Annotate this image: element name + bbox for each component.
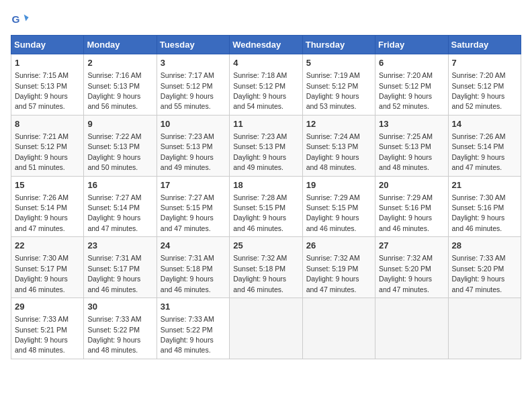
day-number: 2 bbox=[87, 57, 152, 69]
header-thursday: Thursday bbox=[302, 36, 375, 54]
day-number: 30 bbox=[87, 301, 152, 313]
day-number: 18 bbox=[233, 179, 298, 191]
day-detail: Sunrise: 7:18 AMSunset: 5:12 PMDaylight:… bbox=[233, 71, 287, 110]
day-detail: Sunrise: 7:16 AMSunset: 5:13 PMDaylight:… bbox=[87, 71, 141, 110]
calendar-cell: 30 Sunrise: 7:33 AMSunset: 5:22 PMDaylig… bbox=[84, 298, 157, 359]
calendar-cell: 26 Sunrise: 7:32 AMSunset: 5:19 PMDaylig… bbox=[302, 237, 375, 298]
day-detail: Sunrise: 7:31 AMSunset: 5:18 PMDaylight:… bbox=[161, 254, 214, 293]
day-number: 19 bbox=[306, 179, 371, 191]
day-detail: Sunrise: 7:27 AMSunset: 5:15 PMDaylight:… bbox=[161, 193, 214, 232]
calendar-week-0: 1 Sunrise: 7:15 AMSunset: 5:13 PMDayligh… bbox=[11, 54, 521, 116]
day-number: 27 bbox=[379, 240, 444, 252]
day-detail: Sunrise: 7:32 AMSunset: 5:18 PMDaylight:… bbox=[233, 254, 287, 293]
header-sunday: Sunday bbox=[11, 36, 84, 54]
day-number: 23 bbox=[87, 240, 152, 252]
day-number: 8 bbox=[15, 118, 80, 130]
header-saturday: Saturday bbox=[448, 36, 521, 54]
day-detail: Sunrise: 7:23 AMSunset: 5:13 PMDaylight:… bbox=[233, 132, 287, 171]
calendar-cell bbox=[230, 298, 302, 359]
day-detail: Sunrise: 7:22 AMSunset: 5:13 PMDaylight:… bbox=[87, 132, 141, 171]
calendar-cell: 29 Sunrise: 7:33 AMSunset: 5:21 PMDaylig… bbox=[11, 298, 84, 359]
header-friday: Friday bbox=[375, 36, 448, 54]
calendar-table: SundayMondayTuesdayWednesdayThursdayFrid… bbox=[11, 35, 521, 359]
day-detail: Sunrise: 7:17 AMSunset: 5:12 PMDaylight:… bbox=[161, 71, 214, 110]
day-number: 15 bbox=[15, 179, 80, 191]
calendar-cell: 5 Sunrise: 7:19 AMSunset: 5:12 PMDayligh… bbox=[302, 54, 375, 116]
calendar-week-3: 22 Sunrise: 7:30 AMSunset: 5:17 PMDaylig… bbox=[11, 237, 521, 298]
day-detail: Sunrise: 7:27 AMSunset: 5:14 PMDaylight:… bbox=[87, 193, 141, 232]
calendar-cell: 7 Sunrise: 7:20 AMSunset: 5:12 PMDayligh… bbox=[448, 54, 521, 116]
svg-text:G: G bbox=[11, 13, 19, 25]
day-detail: Sunrise: 7:33 AMSunset: 5:20 PMDaylight:… bbox=[452, 254, 506, 293]
day-detail: Sunrise: 7:23 AMSunset: 5:13 PMDaylight:… bbox=[161, 132, 214, 171]
logo: G bbox=[11, 11, 32, 30]
day-detail: Sunrise: 7:33 AMSunset: 5:21 PMDaylight:… bbox=[15, 315, 69, 354]
calendar-cell: 23 Sunrise: 7:31 AMSunset: 5:17 PMDaylig… bbox=[84, 237, 157, 298]
day-detail: Sunrise: 7:30 AMSunset: 5:17 PMDaylight:… bbox=[15, 254, 69, 293]
day-detail: Sunrise: 7:20 AMSunset: 5:12 PMDaylight:… bbox=[379, 71, 433, 110]
calendar-cell: 6 Sunrise: 7:20 AMSunset: 5:12 PMDayligh… bbox=[375, 54, 448, 116]
svg-marker-1 bbox=[24, 15, 29, 21]
calendar-cell: 27 Sunrise: 7:32 AMSunset: 5:20 PMDaylig… bbox=[375, 237, 448, 298]
header-wednesday: Wednesday bbox=[230, 36, 302, 54]
calendar-cell: 19 Sunrise: 7:29 AMSunset: 5:15 PMDaylig… bbox=[302, 176, 375, 237]
calendar-cell bbox=[375, 298, 448, 359]
day-number: 21 bbox=[452, 179, 517, 191]
calendar-cell: 9 Sunrise: 7:22 AMSunset: 5:13 PMDayligh… bbox=[84, 115, 157, 176]
day-detail: Sunrise: 7:29 AMSunset: 5:15 PMDaylight:… bbox=[306, 193, 360, 232]
day-detail: Sunrise: 7:26 AMSunset: 5:14 PMDaylight:… bbox=[15, 193, 69, 232]
day-number: 22 bbox=[15, 240, 80, 252]
calendar-cell: 15 Sunrise: 7:26 AMSunset: 5:14 PMDaylig… bbox=[11, 176, 84, 237]
day-number: 4 bbox=[233, 57, 298, 69]
day-number: 14 bbox=[452, 118, 517, 130]
calendar-cell: 1 Sunrise: 7:15 AMSunset: 5:13 PMDayligh… bbox=[11, 54, 84, 116]
calendar-header-row: SundayMondayTuesdayWednesdayThursdayFrid… bbox=[11, 36, 521, 54]
day-number: 26 bbox=[306, 240, 371, 252]
day-number: 11 bbox=[233, 118, 298, 130]
day-detail: Sunrise: 7:20 AMSunset: 5:12 PMDaylight:… bbox=[452, 71, 506, 110]
calendar-cell: 4 Sunrise: 7:18 AMSunset: 5:12 PMDayligh… bbox=[230, 54, 302, 116]
day-number: 7 bbox=[452, 57, 517, 69]
calendar-cell: 22 Sunrise: 7:30 AMSunset: 5:17 PMDaylig… bbox=[11, 237, 84, 298]
day-number: 28 bbox=[452, 240, 517, 252]
page-header: G bbox=[11, 11, 521, 30]
logo-icon: G bbox=[11, 11, 30, 30]
day-detail: Sunrise: 7:32 AMSunset: 5:20 PMDaylight:… bbox=[379, 254, 433, 293]
day-detail: Sunrise: 7:33 AMSunset: 5:22 PMDaylight:… bbox=[161, 315, 214, 354]
calendar-cell bbox=[448, 298, 521, 359]
day-number: 1 bbox=[15, 57, 80, 69]
day-number: 17 bbox=[161, 179, 226, 191]
calendar-cell: 14 Sunrise: 7:26 AMSunset: 5:14 PMDaylig… bbox=[448, 115, 521, 176]
day-number: 20 bbox=[379, 179, 444, 191]
calendar-cell: 20 Sunrise: 7:29 AMSunset: 5:16 PMDaylig… bbox=[375, 176, 448, 237]
day-detail: Sunrise: 7:31 AMSunset: 5:17 PMDaylight:… bbox=[87, 254, 141, 293]
day-number: 6 bbox=[379, 57, 444, 69]
calendar-cell: 28 Sunrise: 7:33 AMSunset: 5:20 PMDaylig… bbox=[448, 237, 521, 298]
calendar-cell: 16 Sunrise: 7:27 AMSunset: 5:14 PMDaylig… bbox=[84, 176, 157, 237]
header-tuesday: Tuesday bbox=[157, 36, 229, 54]
day-detail: Sunrise: 7:26 AMSunset: 5:14 PMDaylight:… bbox=[452, 132, 506, 171]
day-number: 24 bbox=[161, 240, 226, 252]
day-number: 16 bbox=[87, 179, 152, 191]
calendar-cell: 2 Sunrise: 7:16 AMSunset: 5:13 PMDayligh… bbox=[84, 54, 157, 116]
day-detail: Sunrise: 7:19 AMSunset: 5:12 PMDaylight:… bbox=[306, 71, 360, 110]
day-detail: Sunrise: 7:15 AMSunset: 5:13 PMDaylight:… bbox=[15, 71, 69, 110]
header-monday: Monday bbox=[84, 36, 157, 54]
calendar-cell: 21 Sunrise: 7:30 AMSunset: 5:16 PMDaylig… bbox=[448, 176, 521, 237]
day-detail: Sunrise: 7:30 AMSunset: 5:16 PMDaylight:… bbox=[452, 193, 506, 232]
day-detail: Sunrise: 7:29 AMSunset: 5:16 PMDaylight:… bbox=[379, 193, 433, 232]
day-detail: Sunrise: 7:21 AMSunset: 5:12 PMDaylight:… bbox=[15, 132, 69, 171]
calendar-cell: 10 Sunrise: 7:23 AMSunset: 5:13 PMDaylig… bbox=[157, 115, 229, 176]
day-detail: Sunrise: 7:25 AMSunset: 5:13 PMDaylight:… bbox=[379, 132, 433, 171]
calendar-cell: 12 Sunrise: 7:24 AMSunset: 5:13 PMDaylig… bbox=[302, 115, 375, 176]
calendar-cell: 3 Sunrise: 7:17 AMSunset: 5:12 PMDayligh… bbox=[157, 54, 229, 116]
day-number: 10 bbox=[161, 118, 226, 130]
calendar-week-1: 8 Sunrise: 7:21 AMSunset: 5:12 PMDayligh… bbox=[11, 115, 521, 176]
day-number: 31 bbox=[161, 301, 226, 313]
day-number: 3 bbox=[161, 57, 226, 69]
day-number: 9 bbox=[87, 118, 152, 130]
day-number: 13 bbox=[379, 118, 444, 130]
day-detail: Sunrise: 7:32 AMSunset: 5:19 PMDaylight:… bbox=[306, 254, 360, 293]
day-detail: Sunrise: 7:33 AMSunset: 5:22 PMDaylight:… bbox=[87, 315, 141, 354]
day-detail: Sunrise: 7:24 AMSunset: 5:13 PMDaylight:… bbox=[306, 132, 360, 171]
